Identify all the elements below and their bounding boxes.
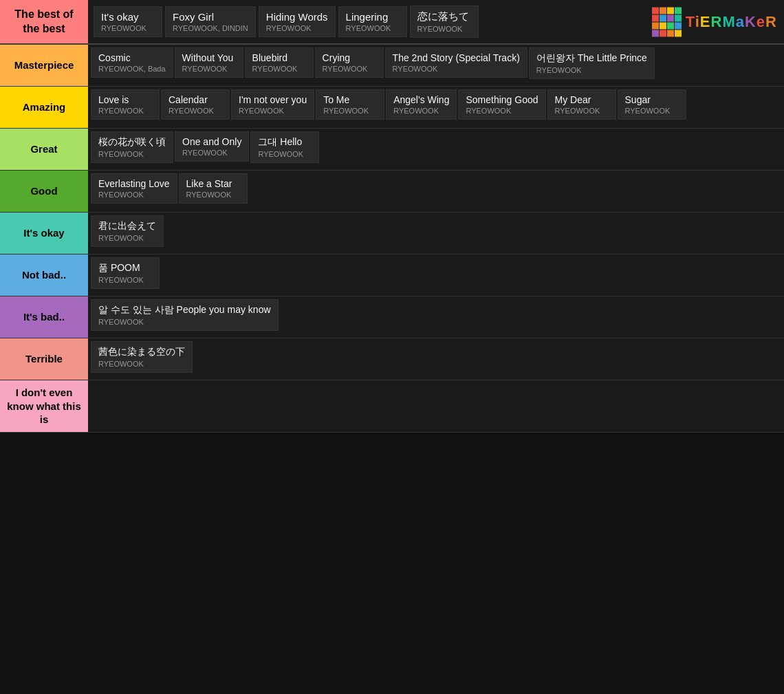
song-card[interactable]: It's okayRYEOWOOK: [94, 6, 162, 37]
song-artist: RYEOWOOK: [466, 107, 538, 115]
song-title: 어린왕자 The Little Prince: [536, 52, 647, 65]
tier-row-dontknow: I don't even know what this is: [0, 380, 784, 433]
tier-row-masterpiece: MasterpieceCosmicRYEOWOOK, BadaWithout Y…: [0, 45, 784, 87]
song-artist: RYEOWOOK: [168, 107, 222, 115]
song-artist: RYEOWOOK: [266, 24, 328, 32]
song-title: Bluebird: [252, 52, 306, 63]
song-artist: RYEOWOOK: [393, 107, 449, 115]
tier-content-terrible: 茜色に染まる空の下RYEOWOOK: [88, 338, 784, 380]
song-artist: RYEOWOOK: [239, 107, 307, 115]
song-card[interactable]: 어린왕자 The Little PrinceRYEOWOOK: [529, 47, 655, 79]
song-card[interactable]: My DearRYEOWOOK: [547, 89, 616, 120]
song-artist: RYEOWOOK: [536, 66, 647, 74]
song-card[interactable]: CosmicRYEOWOOK, Bada: [91, 47, 173, 78]
song-card[interactable]: Everlasting LoveRYEOWOOK: [91, 173, 177, 204]
tier-content-amazing: Love isRYEOWOOKCalendarRYEOWOOKI'm not o…: [88, 87, 784, 128]
song-artist: RYEOWOOK: [98, 360, 185, 368]
song-artist: RYEOWOOK: [182, 65, 236, 73]
song-artist: RYEOWOOK: [346, 24, 400, 32]
tier-content-okay: 君に出会えてRYEOWOOK: [88, 213, 784, 254]
tier-content-great: 桜の花が咲く頃RYEOWOOKOne and OnlyRYEOWOOK그대 He…: [88, 129, 784, 170]
song-card[interactable]: To MeRYEOWOOK: [316, 89, 384, 120]
tiermaker-text: TiERMaKeR: [686, 13, 777, 31]
song-artist: RYEOWOOK: [252, 65, 306, 73]
tier-row-great: Great桜の花が咲く頃RYEOWOOKOne and OnlyRYEOWOOK…: [0, 129, 784, 171]
tier-label-itsbad: It's bad..: [0, 296, 88, 338]
tier-label-notbad: Not bad..: [0, 254, 88, 296]
song-title: Everlasting Love: [98, 178, 170, 189]
song-title: To Me: [323, 94, 377, 105]
tier-list: The best of the bestIt's okayRYEOWOOKFox…: [0, 0, 784, 433]
song-artist: RYEOWOOK: [98, 318, 271, 326]
song-card[interactable]: LingeringRYEOWOOK: [338, 6, 407, 37]
song-title: Something Good: [466, 94, 538, 105]
song-card[interactable]: Hiding WordsRYEOWOOK: [259, 6, 336, 37]
song-artist: RYEOWOOK: [186, 191, 240, 199]
song-title: Cosmic: [98, 52, 166, 63]
song-title: Like a Star: [186, 178, 240, 189]
song-artist: RYEOWOOK: [98, 150, 166, 158]
song-artist: RYEOWOOK: [555, 107, 609, 115]
tiermaker-logo: TiERMaKeR: [652, 7, 777, 36]
song-title: 알 수도 있는 사람 People you may know: [98, 304, 271, 316]
song-artist: RYEOWOOK: [625, 107, 679, 115]
tier-content-masterpiece: CosmicRYEOWOOK, BadaWithout YouRYEOWOOKB…: [88, 45, 784, 86]
song-card[interactable]: Without YouRYEOWOOK: [175, 47, 243, 78]
song-card[interactable]: I'm not over youRYEOWOOK: [231, 89, 314, 120]
tier-row-amazing: AmazingLove isRYEOWOOKCalendarRYEOWOOKI'…: [0, 87, 784, 129]
song-card[interactable]: BluebirdRYEOWOOK: [245, 47, 314, 78]
song-card[interactable]: Angel's WingRYEOWOOK: [386, 89, 457, 120]
song-title: Love is: [98, 94, 152, 105]
song-artist: RYEOWOOK: [98, 234, 156, 242]
song-card[interactable]: Like a StarRYEOWOOK: [179, 173, 248, 204]
song-artist: RYEOWOOK: [258, 150, 312, 158]
tier-content-itsbad: 알 수도 있는 사람 People you may knowRYEOWOOK: [88, 296, 784, 338]
song-title: I'm not over you: [239, 94, 307, 105]
song-card[interactable]: CalendarRYEOWOOK: [161, 89, 230, 120]
tier-label-terrible: Terrible: [0, 338, 88, 380]
song-card[interactable]: 茜色に染まる空の下RYEOWOOK: [91, 341, 193, 373]
song-artist: RYEOWOOK: [323, 107, 377, 115]
song-card[interactable]: 恋に落ちてRYEOWOOK: [410, 6, 479, 38]
song-card[interactable]: SugarRYEOWOOK: [618, 89, 686, 120]
tier-label-good: Good: [0, 171, 88, 212]
song-card[interactable]: 그대 HelloRYEOWOOK: [250, 131, 319, 163]
song-card[interactable]: 알 수도 있는 사람 People you may knowRYEOWOOK: [91, 299, 279, 331]
song-title: 恋に落ちて: [417, 10, 471, 23]
song-title: Angel's Wing: [393, 94, 449, 105]
song-title: Foxy Girl: [173, 11, 248, 23]
song-card[interactable]: Foxy GirlRYEOWOOK, DINDIN: [165, 6, 256, 37]
song-title: One and Only: [182, 136, 241, 147]
tier-row-good: GoodEverlasting LoveRYEOWOOKLike a StarR…: [0, 171, 784, 213]
tier-label-okay: It's okay: [0, 213, 88, 254]
song-artist: RYEOWOOK: [323, 65, 376, 73]
song-card[interactable]: 桜の花が咲く頃RYEOWOOK: [91, 131, 173, 163]
tier-row-itsbad: It's bad..알 수도 있는 사람 People you may know…: [0, 296, 784, 338]
song-card[interactable]: Love isRYEOWOOK: [91, 89, 160, 120]
song-card[interactable]: Something GoodRYEOWOOK: [458, 89, 545, 120]
song-artist: RYEOWOOK: [182, 149, 241, 157]
song-artist: RYEOWOOK, DINDIN: [173, 24, 248, 32]
song-card[interactable]: 품 POOMRYEOWOOK: [91, 257, 160, 289]
tier-row-terrible: Terrible茜色に染まる空の下RYEOWOOK: [0, 338, 784, 380]
tier-label-masterpiece: Masterpiece: [0, 45, 88, 86]
song-artist: RYEOWOOK: [393, 65, 520, 73]
song-card[interactable]: CryingRYEOWOOK: [315, 47, 384, 78]
song-card[interactable]: 君に出会えてRYEOWOOK: [91, 215, 164, 247]
song-card[interactable]: One and OnlyRYEOWOOK: [175, 131, 249, 162]
song-title: 茜色に染まる空の下: [98, 346, 185, 358]
song-artist: RYEOWOOK: [101, 24, 155, 32]
song-title: 품 POOM: [98, 262, 152, 274]
tier-label-best: The best of the best: [0, 0, 88, 43]
song-card[interactable]: The 2nd Story (Special Track)RYEOWOOK: [385, 47, 527, 78]
song-title: 桜の花が咲く頃: [98, 136, 166, 149]
tier-row-notbad: Not bad..품 POOMRYEOWOOK: [0, 254, 784, 296]
tier-content-notbad: 품 POOMRYEOWOOK: [88, 254, 784, 296]
song-title: Crying: [323, 52, 376, 63]
tier-label-amazing: Amazing: [0, 87, 88, 128]
tier-row-okay: It's okay君に出会えてRYEOWOOK: [0, 213, 784, 254]
song-title: Hiding Words: [266, 11, 328, 23]
song-artist: RYEOWOOK: [98, 107, 152, 115]
song-artist: RYEOWOOK: [98, 276, 152, 284]
song-title: 君に出会えて: [98, 220, 156, 232]
